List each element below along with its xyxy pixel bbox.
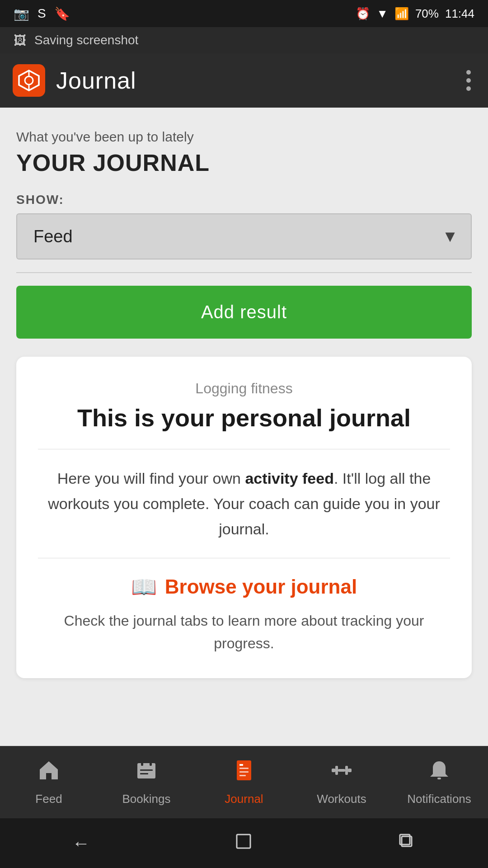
status-bar: 📷 S 🔖 ⏰ ▼ 📶 70% 11:44 xyxy=(0,0,488,27)
main-content: What you've been up to lately YOUR JOURN… xyxy=(0,108,488,746)
browse-journal-link[interactable]: 📖 Browse your journal xyxy=(38,575,450,599)
svg-rect-12 xyxy=(239,771,249,773)
nav-label-bookings: Bookings xyxy=(122,792,171,806)
back-button[interactable]: ← xyxy=(57,826,104,861)
nav-label-workouts: Workouts xyxy=(317,792,366,806)
browse-subtitle: Check the journal tabs to learn more abo… xyxy=(38,610,450,655)
app-logo xyxy=(13,64,45,97)
app-title: Journal xyxy=(56,67,136,94)
battery-level: 70% xyxy=(415,7,439,21)
journal-icon xyxy=(232,759,256,788)
card-body-text: Here you will find your own activity fee… xyxy=(38,466,450,542)
menu-dot-2 xyxy=(466,78,471,83)
app-header: Journal xyxy=(0,53,488,108)
app-icon-extra: 🔖 xyxy=(54,6,70,21)
card-divider-2 xyxy=(38,558,450,558)
show-dropdown-container: Feed Workouts Results All ▼ xyxy=(16,213,472,259)
logo-icon xyxy=(17,69,41,92)
screenshot-notification: 🖼 Saving screenshot xyxy=(0,27,488,53)
system-nav-bar: ← xyxy=(0,818,488,868)
svg-rect-16 xyxy=(335,766,338,775)
alarm-icon: ⏰ xyxy=(356,7,370,21)
show-label: SHOW: xyxy=(16,193,472,207)
browse-label: Browse your journal xyxy=(165,576,357,598)
svg-rect-7 xyxy=(140,769,153,771)
nav-label-notifications: Notifications xyxy=(407,792,471,806)
svg-rect-14 xyxy=(332,769,335,772)
status-bar-left: 📷 S 🔖 xyxy=(14,6,70,21)
wifi-icon: ▼ xyxy=(376,7,388,21)
svg-rect-17 xyxy=(345,766,348,775)
app-icon-s: S xyxy=(38,6,46,21)
nav-item-notifications[interactable]: Notifications xyxy=(390,759,488,806)
nav-item-workouts[interactable]: Workouts xyxy=(293,759,390,806)
nav-item-bookings[interactable]: Bookings xyxy=(98,759,195,806)
svg-rect-15 xyxy=(348,769,352,772)
svg-rect-5 xyxy=(141,761,143,766)
svg-rect-19 xyxy=(437,778,441,779)
svg-rect-13 xyxy=(239,775,246,776)
card-body-text-1: Here you will find your own xyxy=(57,470,245,487)
nav-label-feed: Feed xyxy=(35,792,62,806)
book-icon: 📖 xyxy=(131,575,157,599)
svg-rect-20 xyxy=(237,835,250,848)
clock: 11:44 xyxy=(445,7,474,21)
recents-button[interactable] xyxy=(383,825,431,862)
divider-1 xyxy=(16,272,472,273)
menu-dot-1 xyxy=(466,70,471,75)
info-card: Logging fitness This is your personal jo… xyxy=(16,357,472,678)
header-left: Journal xyxy=(13,64,136,97)
screenshot-notif-text: Saving screenshot xyxy=(34,33,138,47)
svg-rect-10 xyxy=(239,764,243,766)
svg-rect-11 xyxy=(239,768,249,769)
card-title: This is your personal journal xyxy=(38,403,450,433)
bookings-icon xyxy=(135,759,158,788)
card-divider xyxy=(38,449,450,449)
svg-point-1 xyxy=(25,76,33,85)
card-body-bold: activity feed xyxy=(245,470,334,487)
svg-rect-9 xyxy=(237,760,251,780)
bottom-nav: Feed Bookings Journal xyxy=(0,746,488,818)
svg-rect-18 xyxy=(338,769,345,772)
notifications-icon xyxy=(427,759,451,788)
svg-rect-6 xyxy=(150,761,152,766)
overflow-menu-button[interactable] xyxy=(462,66,475,95)
nav-item-feed[interactable]: Feed xyxy=(0,759,98,806)
show-dropdown[interactable]: Feed Workouts Results All xyxy=(16,213,472,259)
section-title: YOUR JOURNAL xyxy=(16,149,472,176)
signal-icon: 📶 xyxy=(394,7,409,21)
card-subtitle: Logging fitness xyxy=(38,380,450,397)
nav-item-journal[interactable]: Journal xyxy=(195,759,293,806)
add-result-button[interactable]: Add result xyxy=(16,286,472,339)
feed-home-icon xyxy=(37,759,61,788)
home-button[interactable] xyxy=(220,825,267,862)
svg-rect-8 xyxy=(140,773,148,774)
screenshot-notif-icon: 🖼 xyxy=(14,33,26,48)
screenshot-icon: 📷 xyxy=(14,6,29,21)
workouts-icon xyxy=(330,759,353,788)
menu-dot-3 xyxy=(466,86,471,91)
status-bar-right: ⏰ ▼ 📶 70% 11:44 xyxy=(356,7,474,21)
nav-label-journal: Journal xyxy=(225,792,263,806)
page-subtitle: What you've been up to lately xyxy=(16,129,472,145)
